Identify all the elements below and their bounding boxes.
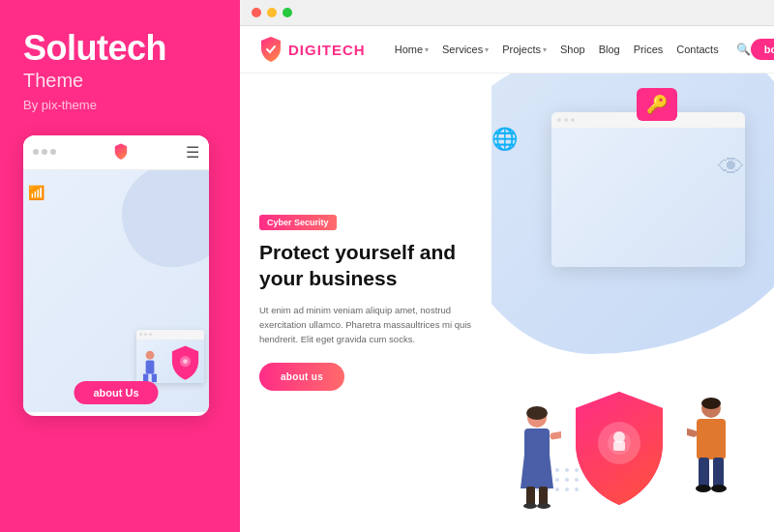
browser-dot xyxy=(557,118,561,122)
svg-rect-3 xyxy=(146,360,155,373)
mobile-preview-card: ☰ 📶 xyxy=(23,135,209,416)
site-logo-text: DIGITECH xyxy=(288,42,366,58)
svg-rect-9 xyxy=(613,441,625,451)
hero-content-left: Cyber Security Protect yourself and your… xyxy=(240,74,491,532)
chevron-down-icon: ▾ xyxy=(485,45,489,54)
eye-icon: 👁 xyxy=(718,151,745,183)
mobile-window-dots xyxy=(33,149,56,155)
key-icon: 🔑 xyxy=(646,95,668,114)
nav-link-home[interactable]: Home ▾ xyxy=(395,44,429,55)
browser-minimize-dot[interactable] xyxy=(267,8,277,17)
mobile-browser-shield xyxy=(168,344,202,383)
svg-point-11 xyxy=(526,406,548,420)
dot xyxy=(565,478,569,482)
mobile-browser-bar xyxy=(136,330,204,340)
brand-name: Solutech xyxy=(23,29,217,68)
hero-body-text: Ut enim ad minim veniam aliquip amet, no… xyxy=(259,303,472,347)
globe-icon: 🌐 xyxy=(491,127,518,152)
cyber-security-badge: Cyber Security xyxy=(259,215,337,230)
mobile-browser-window xyxy=(136,330,204,383)
svg-rect-25 xyxy=(687,426,698,437)
browser-dot xyxy=(564,118,568,122)
site-logo-shield-icon xyxy=(259,36,283,63)
mobile-header: ☰ xyxy=(23,135,209,170)
svg-point-23 xyxy=(696,485,711,492)
hero-title: Protect yourself and your business xyxy=(259,240,472,291)
svg-point-24 xyxy=(711,485,727,492)
nav-link-blog[interactable]: Blog xyxy=(599,44,620,55)
svg-rect-22 xyxy=(713,458,724,488)
nav-link-shop[interactable]: Shop xyxy=(560,44,585,55)
browser-chrome-bar xyxy=(240,0,774,26)
browser-close-dot[interactable] xyxy=(252,8,261,17)
site-navigation: DIGITECH Home ▾ Services ▾ Projects ▾ Sh… xyxy=(240,26,774,74)
chevron-down-icon: ▾ xyxy=(425,45,429,54)
mobile-logo xyxy=(113,143,129,161)
svg-point-19 xyxy=(701,398,721,409)
svg-point-16 xyxy=(537,503,551,509)
svg-rect-5 xyxy=(152,373,157,382)
svg-point-15 xyxy=(523,503,537,509)
key-icon-box: 🔑 xyxy=(637,88,677,121)
brand-by: By pix-theme xyxy=(23,98,217,112)
person-right-figure xyxy=(687,397,735,513)
svg-rect-20 xyxy=(697,419,726,459)
mobile-dot-2 xyxy=(42,149,47,155)
svg-rect-13 xyxy=(526,487,535,506)
hero-illustration-area: 🔑 🌐 ⚙ 👁 📶 xyxy=(491,74,774,532)
website-preview: DIGITECH Home ▾ Services ▾ Projects ▾ Sh… xyxy=(240,26,774,532)
hero-browser-inner xyxy=(551,128,745,267)
hamburger-menu[interactable]: ☰ xyxy=(186,143,199,162)
svg-point-2 xyxy=(146,350,155,359)
brand-subtitle: Theme xyxy=(23,70,217,92)
chevron-down-icon: ▾ xyxy=(543,45,547,54)
site-logo: DIGITECH xyxy=(259,36,366,63)
dot xyxy=(565,488,569,491)
about-us-button[interactable]: about us xyxy=(259,363,344,391)
nav-link-prices[interactable]: Prices xyxy=(634,44,664,55)
mobile-browser-dot xyxy=(139,333,142,336)
booked-button[interactable]: booked xyxy=(751,39,774,60)
person-left-figure xyxy=(513,406,561,513)
dot xyxy=(565,468,569,472)
mobile-blob-shape xyxy=(122,170,209,267)
svg-rect-14 xyxy=(539,487,548,506)
hero-browser-window xyxy=(551,112,745,267)
hero-section: Cyber Security Protect yourself and your… xyxy=(240,74,774,532)
nav-link-contacts[interactable]: Contacts xyxy=(676,44,718,55)
browser-dot xyxy=(571,118,575,122)
right-panel-browser: DIGITECH Home ▾ Services ▾ Projects ▾ Sh… xyxy=(240,0,774,532)
mobile-browser-dot xyxy=(144,333,147,336)
mobile-dot-1 xyxy=(33,149,39,155)
svg-point-1 xyxy=(183,359,188,364)
left-panel: Solutech Theme By pix-theme ☰ 📶 xyxy=(0,0,240,532)
mobile-dot-3 xyxy=(50,149,56,155)
nav-links-group: Home ▾ Services ▾ Projects ▾ Shop Blog P… xyxy=(395,43,751,56)
mobile-content-area: 📶 xyxy=(23,170,209,412)
mobile-person-figure xyxy=(141,349,159,383)
main-shield-illustration xyxy=(571,387,668,513)
search-icon[interactable]: 🔍 xyxy=(736,43,751,56)
mobile-wifi-icon: 📶 xyxy=(28,185,45,200)
browser-maximize-dot[interactable] xyxy=(283,8,292,17)
mobile-shield-icon xyxy=(113,143,129,161)
nav-link-projects[interactable]: Projects ▾ xyxy=(502,44,547,55)
svg-rect-21 xyxy=(699,458,709,488)
nav-link-services[interactable]: Services ▾ xyxy=(442,44,489,55)
mobile-about-button[interactable]: about Us xyxy=(74,381,158,404)
mobile-browser-dot xyxy=(149,333,152,336)
svg-rect-17 xyxy=(550,429,561,440)
